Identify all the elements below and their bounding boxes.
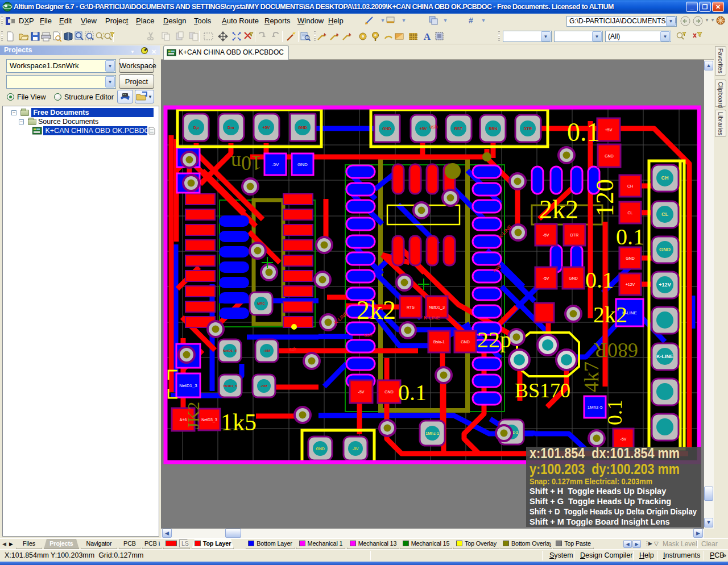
svg-text:GND: GND — [384, 390, 394, 394]
svg-text:ush: ush — [364, 332, 373, 338]
svg-text:y:100.203 dy:100.203 mm: y:100.203 dy:100.203 mm — [530, 460, 680, 477]
svg-text:K-LINE: K-LINE — [656, 354, 673, 359]
svg-text:-5V: -5V — [543, 276, 549, 280]
svg-text:4k7: 4k7 — [580, 362, 603, 392]
svg-text:NetD1_3: NetD1_3 — [179, 383, 197, 388]
svg-text:+5M: +5M — [260, 384, 267, 388]
svg-text:GND: GND — [298, 126, 307, 130]
svg-text:CL: CL — [661, 211, 668, 217]
svg-text:GND: GND — [316, 447, 325, 451]
svg-text:CH: CH — [661, 175, 669, 181]
svg-text:-5V: -5V — [543, 233, 549, 237]
svg-text:0.1: 0.1 — [616, 224, 644, 250]
svg-text:120: 120 — [591, 179, 619, 217]
svg-text:Dp: Dp — [193, 126, 198, 130]
svg-text:-5V: -5V — [621, 437, 627, 441]
svg-text:DTR: DTR — [570, 233, 578, 237]
svg-text:NetD1_3: NetD1_3 — [429, 305, 445, 310]
svg-text:-5V: -5V — [353, 447, 359, 451]
svg-text:GND: GND — [569, 276, 578, 280]
svg-text:GND: GND — [382, 127, 391, 131]
svg-text:Snap: 0.127mm Electrical: 0.20: Snap: 0.127mm Electrical: 0.203mm — [530, 477, 652, 486]
svg-text:GND: GND — [297, 162, 308, 167]
svg-text:0.1: 0.1 — [585, 267, 614, 293]
svg-text:Bslo-1: Bslo-1 — [433, 340, 445, 344]
svg-text:DTR: DTR — [524, 127, 532, 131]
svg-text:10n: 10n — [231, 152, 262, 175]
svg-text:ush: ush — [429, 124, 438, 130]
svg-text:Shift + H Toggle Heads Up Dis: Shift + H Toggle Heads Up Display — [530, 487, 666, 496]
svg-text:+5V: +5V — [263, 126, 270, 130]
svg-text:K-LINE: K-LINE — [424, 315, 440, 321]
svg-text:JK2: JK2 — [184, 402, 202, 429]
svg-text:22p: 22p — [477, 327, 511, 352]
svg-text:RBN: RBN — [489, 127, 497, 131]
svg-text:-5V: -5V — [272, 162, 279, 167]
svg-text:2k2: 2k2 — [593, 302, 627, 327]
svg-text:GND: GND — [659, 247, 671, 252]
svg-text:680R: 680R — [594, 339, 638, 362]
svg-text:0.1: 0.1 — [398, 380, 427, 405]
svg-text:+5V: +5V — [420, 127, 427, 131]
svg-text:BS170: BS170 — [515, 379, 570, 402]
svg-text:MRC: MRC — [257, 302, 265, 305]
svg-text:CL: CL — [628, 211, 633, 215]
svg-text:2k2: 2k2 — [539, 195, 578, 224]
svg-text:A: A — [424, 31, 431, 42]
svg-text:1Mhz-5: 1Mhz-5 — [588, 405, 603, 410]
svg-text:-5V: -5V — [358, 390, 365, 394]
svg-text:Shift + G Toggle Heads Up Tra: Shift + G Toggle Heads Up Tracking — [530, 497, 671, 506]
svg-text:NetD3_3: NetD3_3 — [201, 418, 217, 422]
svg-text:adr: adr — [289, 346, 296, 352]
svg-text:0.1: 0.1 — [603, 400, 626, 425]
svg-text:NetD1_5: NetD1_5 — [223, 349, 237, 352]
svg-text:GND: GND — [626, 256, 635, 260]
svg-text:GND: GND — [461, 340, 470, 344]
svg-text:+12V: +12V — [626, 282, 635, 286]
svg-text:GND: GND — [605, 154, 614, 158]
svg-text:Shift + M Toggle Board Insight: Shift + M Toggle Board Insight Lens — [530, 517, 670, 526]
svg-text:+5M: +5M — [263, 349, 270, 352]
svg-text:2k2: 2k2 — [357, 296, 396, 325]
svg-text:Dm: Dm — [228, 126, 234, 130]
svg-text:Shift + D Toggle Heads Up Del: Shift + D Toggle Heads Up Delta Origin D… — [530, 507, 697, 516]
svg-text:1Mhz-1: 1Mhz-1 — [425, 431, 439, 435]
svg-text:1k5: 1k5 — [221, 409, 257, 435]
svg-text:RTS: RTS — [407, 305, 415, 309]
svg-text:+5V: +5V — [605, 128, 613, 132]
svg-text:+12V: +12V — [659, 282, 671, 288]
svg-text:0.1: 0.1 — [567, 118, 600, 147]
svg-text:CH: CH — [627, 184, 633, 188]
svg-text:NetD1_5: NetD1_5 — [224, 384, 238, 388]
svg-text:RST: RST — [454, 127, 463, 131]
svg-text:x:101.854 dx:101.854 mm: x:101.854 dx:101.854 mm — [530, 444, 680, 462]
